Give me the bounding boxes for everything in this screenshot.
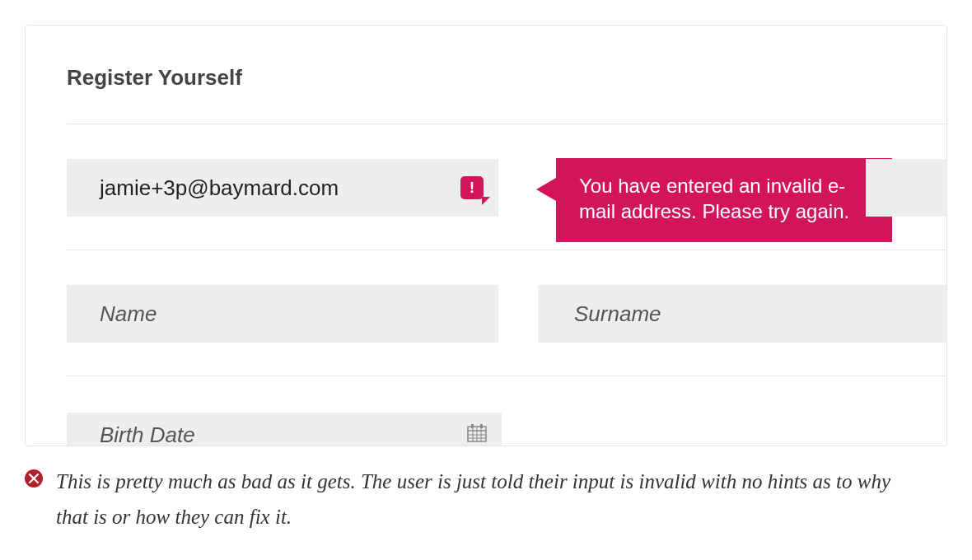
svg-rect-7 [471, 424, 474, 428]
divider [67, 250, 946, 250]
name-input[interactable]: Name [67, 285, 498, 343]
svg-rect-8 [480, 424, 483, 428]
form-title: Register Yourself [67, 65, 946, 91]
name-placeholder: Name [100, 301, 157, 327]
divider [67, 376, 946, 376]
birth-date-placeholder: Birth Date [100, 422, 195, 446]
divider [67, 124, 946, 124]
email-field-wrap: jamie+3p@baymard.com ! [67, 159, 498, 217]
surname-input[interactable]: Surname [538, 285, 946, 343]
error-tooltip-text: You have entered an invalid e-mail addre… [579, 175, 849, 222]
caption-row: This is pretty much as bad as it gets. T… [25, 464, 947, 534]
email-row: jamie+3p@baymard.com ! You have entered … [67, 159, 946, 217]
name-surname-row: Name Surname [67, 285, 946, 343]
error-icon-glyph: ! [470, 180, 474, 195]
cropped-right-field [866, 159, 946, 217]
birth-date-input[interactable]: Birth Date [67, 413, 502, 446]
email-input[interactable]: jamie+3p@baymard.com [67, 159, 498, 217]
error-icon: ! [460, 176, 484, 199]
birth-date-row: Birth Date [67, 413, 502, 446]
caption-text: This is pretty much as bad as it gets. T… [56, 464, 921, 534]
calendar-icon[interactable] [467, 424, 487, 446]
error-icon-tail [482, 197, 490, 205]
email-value: jamie+3p@baymard.com [100, 175, 339, 201]
surname-placeholder: Surname [574, 301, 661, 327]
error-tooltip: You have entered an invalid e-mail addre… [556, 158, 892, 242]
close-circle-icon [25, 469, 43, 488]
screenshot-card: Register Yourself jamie+3p@baymard.com !… [25, 25, 947, 446]
